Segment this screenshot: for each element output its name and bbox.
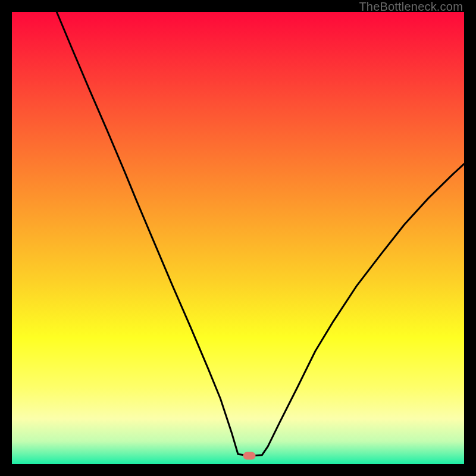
watermark-text: TheBottleneck.com — [359, 0, 463, 14]
chart-frame: TheBottleneck.com — [0, 0, 476, 476]
gradient-background — [12, 12, 464, 464]
chart-svg — [12, 12, 464, 464]
optimum-marker — [243, 452, 256, 460]
plot-area — [12, 12, 464, 464]
